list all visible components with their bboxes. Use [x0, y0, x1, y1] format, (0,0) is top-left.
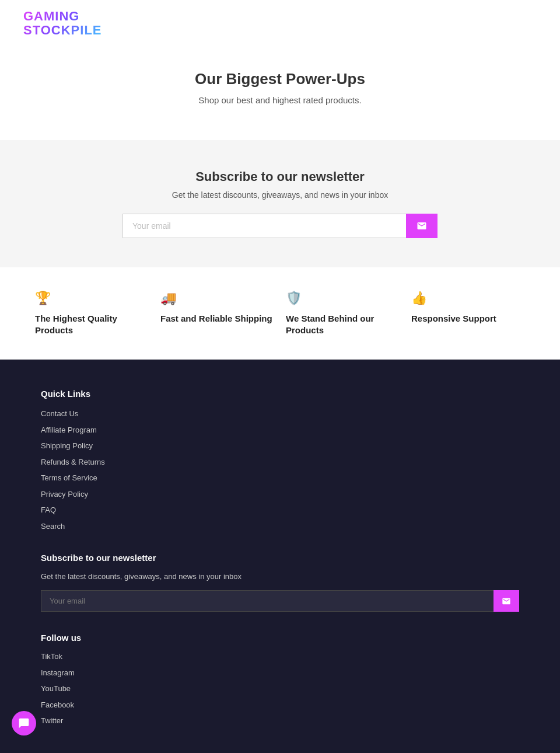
social-facebook[interactable]: Facebook [41, 699, 519, 711]
hero-subtitle: Shop our best and highest rated products… [12, 95, 548, 105]
feature-support: 👍 Responsive Support [411, 291, 525, 336]
social-instagram[interactable]: Instagram [41, 667, 519, 679]
logo[interactable]: GAMINGSTOCKPILE [23, 9, 102, 37]
feature-quality-title: The Highest Quality Products [35, 313, 149, 336]
link-affiliate-program[interactable]: Affiliate Program [41, 424, 519, 436]
link-search[interactable]: Search [41, 521, 519, 532]
footer-subscribe-button[interactable] [494, 590, 519, 612]
newsletter-top-description: Get the latest discounts, giveaways, and… [12, 190, 548, 200]
link-privacy-policy[interactable]: Privacy Policy [41, 489, 519, 500]
newsletter-top-subscribe-button[interactable] [406, 214, 438, 238]
newsletter-top-heading: Subscribe to our newsletter [12, 169, 548, 184]
feature-guarantee-title: We Stand Behind our Products [286, 313, 400, 336]
link-contact-us[interactable]: Contact Us [41, 408, 519, 420]
hero-section: Our Biggest Power-Ups Shop our best and … [0, 47, 560, 140]
feature-quality: 🏆 The Highest Quality Products [35, 291, 149, 336]
social-twitter[interactable]: Twitter [41, 715, 519, 727]
feature-guarantee: 🛡️ We Stand Behind our Products [286, 291, 400, 336]
shipping-icon: 🚚 [160, 291, 274, 306]
newsletter-top-section: Subscribe to our newsletter Get the late… [0, 140, 560, 267]
guarantee-icon: 🛡️ [286, 291, 400, 306]
newsletter-top-email-input[interactable] [123, 214, 406, 238]
footer-envelope-icon [502, 597, 511, 606]
footer-top: Quick Links Contact Us Affiliate Program… [41, 389, 519, 731]
features-section: 🏆 The Highest Quality Products 🚚 Fast an… [0, 267, 560, 360]
feature-shipping: 🚚 Fast and Reliable Shipping [160, 291, 274, 336]
feature-shipping-title: Fast and Reliable Shipping [160, 313, 274, 325]
feature-support-title: Responsive Support [411, 313, 525, 325]
footer-quick-links: Quick Links Contact Us Affiliate Program… [41, 389, 519, 731]
footer-email-input[interactable] [41, 590, 494, 612]
envelope-icon [416, 221, 427, 231]
chat-icon [18, 717, 30, 729]
support-icon: 👍 [411, 291, 525, 306]
link-refunds-returns[interactable]: Refunds & Returns [41, 456, 519, 468]
footer-newsletter-description: Get the latest discounts, giveaways, and… [41, 572, 519, 581]
hero-title: Our Biggest Power-Ups [12, 70, 548, 88]
footer: Quick Links Contact Us Affiliate Program… [0, 360, 560, 753]
quality-icon: 🏆 [35, 291, 149, 306]
footer-newsletter-form [41, 590, 519, 612]
footer-newsletter: Subscribe to our newsletter Get the late… [41, 553, 519, 612]
footer-newsletter-heading: Subscribe to our newsletter [41, 553, 519, 563]
link-faq[interactable]: FAQ [41, 504, 519, 516]
social-tiktok[interactable]: TikTok [41, 651, 519, 663]
follow-us-heading: Follow us [41, 633, 519, 643]
social-youtube[interactable]: YouTube [41, 683, 519, 695]
link-terms-of-service[interactable]: Terms of Service [41, 472, 519, 484]
follow-us-section: Follow us TikTok Instagram YouTube Faceb… [41, 633, 519, 727]
quick-links-heading: Quick Links [41, 389, 519, 399]
newsletter-top-form [123, 214, 438, 238]
floating-chat-button[interactable] [12, 711, 36, 735]
header: GAMINGSTOCKPILE [0, 0, 560, 47]
link-shipping-policy[interactable]: Shipping Policy [41, 440, 519, 452]
